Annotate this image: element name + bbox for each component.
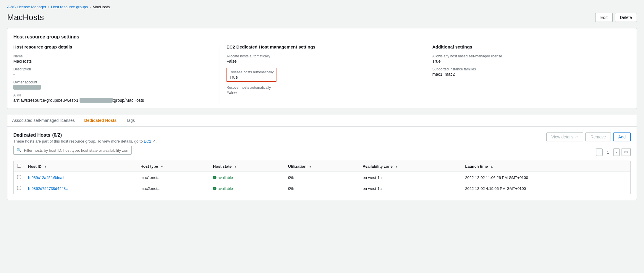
tab-associated-licenses[interactable]: Associated self-managed licenses <box>7 115 80 126</box>
cell-host-state-1: available <box>209 183 284 194</box>
header-buttons: Edit Delete <box>595 13 637 22</box>
col-header-host-type: Host type ▼ <box>137 161 209 172</box>
cell-launch-time-0: 2022-12-02 11:06:26 PM GMT+0100 <box>462 172 630 183</box>
hosts-table-container: Host ID ▼ Host type ▼ Host state ▼ Uti <box>13 161 631 194</box>
table-row: h-089c12a45fb5deafc mac1.metal available… <box>14 172 630 183</box>
supported-families-label: Supported instance families <box>432 67 624 71</box>
name-label: Name <box>13 54 212 58</box>
cell-utilization-0: 0% <box>284 172 359 183</box>
host-type-sort-icon[interactable]: ▼ <box>160 165 164 168</box>
utilization-sort-icon[interactable]: ▼ <box>309 165 312 168</box>
tabs-row: Associated self-managed licenses Dedicat… <box>7 115 637 126</box>
row-checkbox-col-1 <box>14 183 25 194</box>
ec2-link[interactable]: EC2 <box>144 139 151 143</box>
view-details-button[interactable]: View details ↗ <box>546 133 583 141</box>
cell-host-id-1: h-0862d752738d4448c <box>25 183 137 194</box>
col-header-launch-time: Launch time ▲ <box>462 161 630 172</box>
search-icon: 🔍 <box>17 148 22 153</box>
col-header-host-id: Host ID ▼ <box>25 161 137 172</box>
host-state-sort-icon[interactable]: ▼ <box>234 165 237 168</box>
row-checkbox-col-0 <box>14 172 25 183</box>
dh-header-left: Dedicated Hosts (0/2) These hosts are pa… <box>13 133 157 143</box>
description-value: - <box>13 72 212 77</box>
row-checkbox-1[interactable] <box>17 186 21 190</box>
arn-value: arn:aws:resource-groups:eu-west-1:XXXXXX… <box>13 98 212 103</box>
dh-title: Dedicated Hosts <box>13 133 50 138</box>
name-value: MacHosts <box>13 59 212 64</box>
page-header: MacHosts Edit Delete <box>7 13 637 22</box>
self-managed-label: Allows any host based self-managed licen… <box>432 54 624 58</box>
delete-button[interactable]: Delete <box>615 13 637 22</box>
details-col-2: EC2 Dedicated Host management settings A… <box>219 44 425 103</box>
status-available-1: available <box>213 186 281 191</box>
release-highlight-box: Release hosts automatically True <box>226 68 276 82</box>
supported-families-value: mac1, mac2 <box>432 72 624 77</box>
dh-buttons: View details ↗ Remove Add <box>546 133 631 141</box>
hosts-table: Host ID ▼ Host type ▼ Host state ▼ Uti <box>14 161 630 194</box>
breadcrumb-license-manager[interactable]: AWS License Manager <box>7 5 46 9</box>
cell-host-state-0: available <box>209 172 284 183</box>
additional-col-title: Additional settings <box>432 44 624 49</box>
cell-utilization-1: 0% <box>284 183 359 194</box>
breadcrumb-sep-2: › <box>90 5 91 9</box>
recover-value: False <box>226 90 418 95</box>
breadcrumb-sep-1: › <box>48 5 49 9</box>
details-grid: Host resource group details Name MacHost… <box>13 44 631 103</box>
cell-host-id-0: h-089c12a45fb5deafc <box>25 172 137 183</box>
breadcrumb: AWS License Manager › Host resource grou… <box>7 5 637 9</box>
status-dot-1 <box>213 187 216 190</box>
pagination-prev-button[interactable]: ‹ <box>596 148 603 156</box>
edit-button[interactable]: Edit <box>595 13 612 22</box>
dh-subtitle: These hosts are part of this host resour… <box>13 139 157 143</box>
search-bar[interactable]: 🔍 <box>13 146 132 155</box>
table-header-row: Host ID ▼ Host type ▼ Host state ▼ Uti <box>14 161 630 172</box>
host-id-sort-icon[interactable]: ▼ <box>44 165 47 168</box>
recover-label: Recover hosts automatically <box>226 85 418 90</box>
allocate-value: False <box>226 59 418 64</box>
table-row: h-0862d752738d4448c mac2.metal available… <box>14 183 630 194</box>
availability-zone-sort-icon[interactable]: ▼ <box>395 165 398 168</box>
cell-host-type-1: mac2.metal <box>137 183 209 194</box>
select-all-checkbox[interactable] <box>17 164 21 168</box>
pagination-row: ‹ 1 › ⚙ <box>596 148 631 156</box>
breadcrumb-current: MacHosts <box>93 5 110 9</box>
release-value: True <box>229 75 274 80</box>
add-button[interactable]: Add <box>613 133 631 141</box>
col-header-utilization: Utilization ▼ <box>284 161 359 172</box>
tab-tags[interactable]: Tags <box>121 115 140 126</box>
pagination-page: 1 <box>604 149 611 155</box>
owner-account-label: Owner account <box>13 80 212 84</box>
row-checkbox-0[interactable] <box>17 175 21 179</box>
pagination-next-button[interactable]: › <box>613 148 620 156</box>
tabs-wrapper: Associated self-managed licenses Dedicat… <box>7 115 637 126</box>
details-col-3: Additional settings Allows any host base… <box>425 44 631 103</box>
cell-launch-time-1: 2022-12-02 4:19:06 PM GMT+0100 <box>462 183 630 194</box>
status-dot-0 <box>213 176 216 179</box>
cell-availability-zone-1: eu-west-1a <box>359 183 462 194</box>
tab-dedicated-hosts[interactable]: Dedicated Hosts <box>80 115 122 126</box>
remove-button[interactable]: Remove <box>585 133 611 141</box>
search-pagination-row: 🔍 ‹ 1 › ⚙ <box>13 146 631 158</box>
details-col-1: Host resource group details Name MacHost… <box>13 44 219 103</box>
dh-header: Dedicated Hosts (0/2) These hosts are pa… <box>13 133 631 143</box>
dedicated-hosts-section: Dedicated Hosts (0/2) These hosts are pa… <box>7 126 637 200</box>
page-title: MacHosts <box>7 13 44 22</box>
host-resource-group-settings-card: Host resource group settings Host resour… <box>7 28 637 109</box>
status-available-0: available <box>213 175 281 180</box>
allocate-label: Allocate hosts automatically <box>226 54 418 58</box>
launch-time-sort-icon[interactable]: ▲ <box>490 165 493 168</box>
owner-account-value: 123456789012 <box>13 85 212 90</box>
dh-count: (0/2) <box>52 133 62 138</box>
col-header-host-state: Host state ▼ <box>209 161 284 172</box>
ec2-col-title: EC2 Dedicated Host management settings <box>226 44 418 49</box>
breadcrumb-host-resource-groups[interactable]: Host resource groups <box>51 5 88 9</box>
col-header-availability-zone: Availability zone ▼ <box>359 161 462 172</box>
description-label: Description <box>13 67 212 71</box>
cell-availability-zone-0: eu-west-1a <box>359 172 462 183</box>
details-col-1-title: Host resource group details <box>13 44 212 49</box>
cell-host-type-0: mac1.metal <box>137 172 209 183</box>
self-managed-value: True <box>432 59 624 64</box>
search-input[interactable] <box>24 148 128 153</box>
settings-icon[interactable]: ⚙ <box>622 148 631 156</box>
owner-account-blurred: 123456789012 <box>13 85 41 90</box>
